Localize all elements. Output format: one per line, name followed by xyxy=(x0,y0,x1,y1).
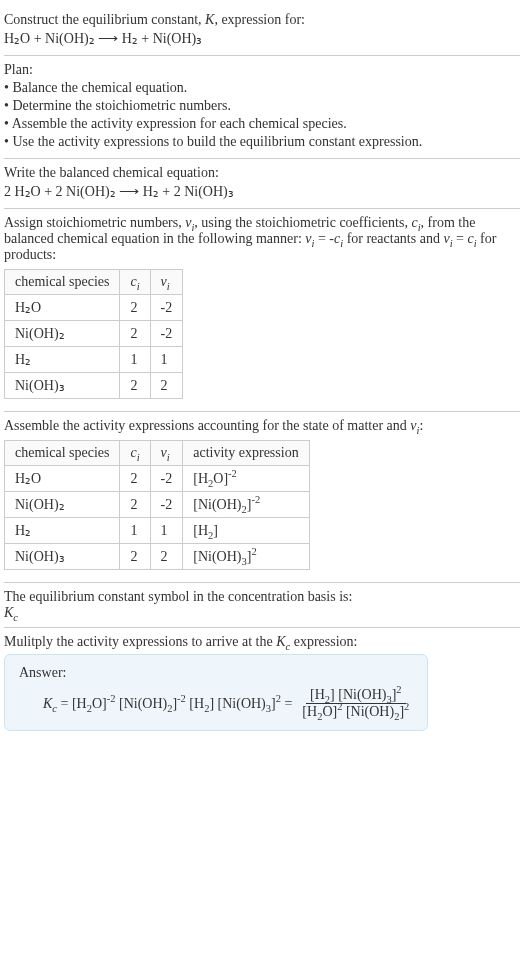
cell-vi: -2 xyxy=(150,321,183,347)
cell-species: Ni(OH)₂ xyxy=(5,321,120,347)
cell-species: H₂ xyxy=(5,347,120,373)
plan-item: • Determine the stoichiometric numbers. xyxy=(4,98,520,114)
cell-ci: 2 xyxy=(120,492,150,518)
table-row: Ni(OH)₂ 2 -2 xyxy=(5,321,183,347)
plan-item: • Balance the chemical equation. xyxy=(4,80,520,96)
plan-item: • Use the activity expressions to build … xyxy=(4,134,520,150)
cell-species: Ni(OH)₂ xyxy=(5,492,120,518)
cell-ci: 1 xyxy=(120,347,150,373)
col-ci: ci xyxy=(120,441,150,466)
cell-vi: 2 xyxy=(150,373,183,399)
multiply-section: Mulitply the activity expressions to arr… xyxy=(4,628,520,737)
col-expr: activity expression xyxy=(183,441,309,466)
cell-ci: 1 xyxy=(120,518,150,544)
kc-lhs: Kc = [H2O]-2 [Ni(OH)2]-2 [H2] [Ni(OH)3]2… xyxy=(43,696,292,712)
balanced-section: Write the balanced chemical equation: 2 … xyxy=(4,159,520,208)
activity-table: chemical species ci νi activity expressi… xyxy=(4,440,310,570)
table-row: H₂O 2 -2 xyxy=(5,295,183,321)
cell-ci: 2 xyxy=(120,466,150,492)
cell-expr: [H2] xyxy=(183,518,309,544)
table-row: Ni(OH)₂ 2 -2 [Ni(OH)2]-2 xyxy=(5,492,310,518)
answer-equation: Kc = [H2O]-2 [Ni(OH)2]-2 [H2] [Ni(OH)3]2… xyxy=(19,687,413,720)
stoich-section: Assign stoichiometric numbers, νi, using… xyxy=(4,209,520,411)
stoich-table: chemical species ci νi H₂O 2 -2 Ni(OH)₂ … xyxy=(4,269,183,399)
prompt-text: Construct the equilibrium constant, K, e… xyxy=(4,12,520,28)
stoich-intro: Assign stoichiometric numbers, νi, using… xyxy=(4,215,520,263)
prompt-equation: H₂O + Ni(OH)₂ ⟶ H₂ + Ni(OH)₃ xyxy=(4,30,520,47)
table-row: Ni(OH)₃ 2 2 [Ni(OH)3]2 xyxy=(5,544,310,570)
fraction-denominator: [H2O]2 [Ni(OH)2]2 xyxy=(298,704,413,720)
symbol-section: The equilibrium constant symbol in the c… xyxy=(4,583,520,627)
cell-species: Ni(OH)₃ xyxy=(5,544,120,570)
activity-section: Assemble the activity expressions accoun… xyxy=(4,412,520,582)
cell-ci: 2 xyxy=(120,321,150,347)
cell-vi: -2 xyxy=(150,492,183,518)
cell-species: H₂O xyxy=(5,466,120,492)
cell-expr: [Ni(OH)2]-2 xyxy=(183,492,309,518)
table-header-row: chemical species ci νi activity expressi… xyxy=(5,441,310,466)
cell-vi: 2 xyxy=(150,544,183,570)
cell-ci: 2 xyxy=(120,373,150,399)
kc-fraction: [H2] [Ni(OH)3]2 [H2O]2 [Ni(OH)2]2 xyxy=(298,687,413,720)
plan-item: • Assemble the activity expression for e… xyxy=(4,116,520,132)
cell-species: H₂ xyxy=(5,518,120,544)
col-species: chemical species xyxy=(5,270,120,295)
cell-vi: 1 xyxy=(150,347,183,373)
plan-section: Plan: • Balance the chemical equation. •… xyxy=(4,56,520,158)
balanced-equation: 2 H₂O + 2 Ni(OH)₂ ⟶ H₂ + 2 Ni(OH)₃ xyxy=(4,183,520,200)
answer-label: Answer: xyxy=(19,665,413,681)
symbol-line2: Kc xyxy=(4,605,520,621)
table-row: H₂ 1 1 xyxy=(5,347,183,373)
col-ci: ci xyxy=(120,270,150,295)
answer-box: Answer: Kc = [H2O]-2 [Ni(OH)2]-2 [H2] [N… xyxy=(4,654,428,731)
fraction-numerator: [H2] [Ni(OH)3]2 xyxy=(306,687,406,704)
col-vi: νi xyxy=(150,270,183,295)
cell-species: Ni(OH)₃ xyxy=(5,373,120,399)
table-row: H₂ 1 1 [H2] xyxy=(5,518,310,544)
cell-vi: -2 xyxy=(150,295,183,321)
multiply-heading: Mulitply the activity expressions to arr… xyxy=(4,634,520,650)
table-header-row: chemical species ci νi xyxy=(5,270,183,295)
cell-ci: 2 xyxy=(120,295,150,321)
cell-expr: [H2O]-2 xyxy=(183,466,309,492)
plan-heading: Plan: xyxy=(4,62,520,78)
cell-vi: 1 xyxy=(150,518,183,544)
cell-ci: 2 xyxy=(120,544,150,570)
symbol-line1: The equilibrium constant symbol in the c… xyxy=(4,589,520,605)
balanced-heading: Write the balanced chemical equation: xyxy=(4,165,520,181)
prompt-section: Construct the equilibrium constant, K, e… xyxy=(4,4,520,55)
table-row: H₂O 2 -2 [H2O]-2 xyxy=(5,466,310,492)
cell-vi: -2 xyxy=(150,466,183,492)
activity-intro: Assemble the activity expressions accoun… xyxy=(4,418,520,434)
col-species: chemical species xyxy=(5,441,120,466)
cell-species: H₂O xyxy=(5,295,120,321)
table-row: Ni(OH)₃ 2 2 xyxy=(5,373,183,399)
cell-expr: [Ni(OH)3]2 xyxy=(183,544,309,570)
col-vi: νi xyxy=(150,441,183,466)
